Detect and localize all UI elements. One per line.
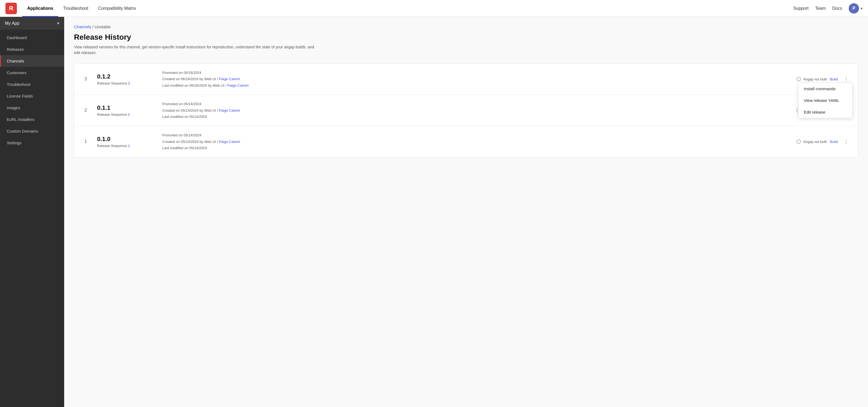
last-modified: Last modified on 06/18/2024 by Web UI / … [162,82,788,89]
breadcrumb-current: Unstable [95,25,111,29]
sidebar-item-kurl-installers[interactable]: kURL Installers [0,113,64,125]
nav-right: Support Team Docs P ▾ [793,3,863,13]
airgap-radio [797,139,801,144]
sidebar-item-channels[interactable]: Channels [0,55,64,67]
release-index: 2 [82,108,90,113]
avatar-chevron-icon: ▾ [861,6,863,10]
sidebar-nav: Dashboard Releases Channels Customers Tr… [0,30,64,151]
release-list: 3 0.1.2 Release Sequence 3 Promoted on 0… [74,63,858,158]
sidebar: My App ▾ Dashboard Releases Channels Cus… [0,17,64,407]
release-version-block: 0.1.2 Release Sequence 3 [97,73,152,85]
airgap-label: Airgap not built [803,77,827,81]
sidebar-item-troubleshoot[interactable]: Troubleshoot [0,78,64,90]
menu-item-view-release-yaml[interactable]: View release YAML [798,95,852,106]
app-selector-chevron-icon: ▾ [57,21,59,26]
release-index: 1 [82,139,90,144]
release-version: 0.1.0 [97,136,152,143]
sidebar-item-custom-domains[interactable]: Custom Domains [0,125,64,137]
airgap-radio [797,77,801,81]
breadcrumb: Channels / Unstable [74,25,858,29]
release-meta: Promoted on 06/18/2024 Created on 06/18/… [152,70,788,89]
release-meta: Promoted on 05/14/2024 Created on 05/14/… [152,132,788,151]
last-modified: Last modified on 05/14/2024 [162,145,788,151]
release-airgap: Airgap not built Build [797,77,838,81]
created-by-user-link[interactable]: Paige Calvert [219,77,240,81]
sidebar-item-images[interactable]: Images [0,102,64,113]
release-version: 0.1.2 [97,73,152,80]
sidebar-item-releases[interactable]: Releases [0,43,64,55]
app-layout: My App ▾ Dashboard Releases Channels Cus… [0,17,868,407]
logo: R [5,3,17,14]
user-avatar[interactable]: P [849,3,859,13]
promoted-on: Promoted on 05/14/2024 [162,101,788,107]
page-description: View released versions for this channel,… [74,44,319,56]
release-seq-link[interactable]: 2 [128,112,130,116]
release-row: 2 0.1.1 Release Sequence 2 Promoted on 0… [74,95,858,126]
release-version: 0.1.1 [97,104,152,111]
release-seq-link[interactable]: 3 [128,81,130,85]
airgap-label: Airgap not built [803,140,827,144]
more-options-button[interactable]: ⋮ [842,137,850,146]
menu-item-install-commands[interactable]: Install commands [798,83,852,95]
nav-applications[interactable]: Applications [22,0,58,17]
build-link[interactable]: Build [830,77,838,81]
nav-docs[interactable]: Docs [832,6,842,11]
promoted-on: Promoted on 06/18/2024 [162,70,788,76]
release-seq-link[interactable]: 1 [128,144,130,148]
build-link[interactable]: Build [830,140,838,144]
nav-support[interactable]: Support [793,6,808,11]
last-modified: Last modified on 05/14/2024 [162,113,788,120]
breadcrumb-separator: / [92,25,95,29]
sidebar-item-dashboard[interactable]: Dashboard [0,32,64,43]
created-by-user-link[interactable]: Paige Calvert [219,108,240,112]
release-row: 3 0.1.2 Release Sequence 3 Promoted on 0… [74,64,858,95]
created-by-user-link[interactable]: Paige Calvert [219,140,240,144]
breadcrumb-channels-link[interactable]: Channels [74,25,91,29]
menu-item-edit-release[interactable]: Edit release [798,106,852,118]
app-selector[interactable]: My App ▾ [0,17,64,30]
main-content: Channels / Unstable Release History View… [64,17,868,407]
more-options-button[interactable]: ⋮ [842,75,850,83]
app-name: My App [5,21,19,26]
promoted-on: Promoted on 05/14/2024 [162,132,788,138]
context-menu: Install commands View release YAML Edit … [798,82,852,118]
release-seq: Release Sequence 3 [97,81,152,85]
created-by: Created on 05/14/2024 by Web UI / Paige … [162,139,788,145]
sidebar-item-license-fields[interactable]: License Fields [0,90,64,102]
nav-links: Applications Troubleshoot Compatibility … [22,0,793,17]
created-by: Created on 06/18/2024 by Web UI / Paige … [162,76,788,82]
release-seq: Release Sequence 2 [97,112,152,116]
release-version-block: 0.1.0 Release Sequence 1 [97,136,152,148]
nav-compatibility-matrix[interactable]: Compatibility Matrix [93,0,141,17]
release-index: 3 [82,77,90,81]
top-nav: R Applications Troubleshoot Compatibilit… [0,0,868,17]
user-avatar-wrapper[interactable]: P ▾ [849,3,863,13]
nav-team[interactable]: Team [815,6,826,11]
sidebar-item-settings[interactable]: Settings [0,137,64,148]
page-title: Release History [74,33,858,41]
release-version-block: 0.1.1 Release Sequence 2 [97,104,152,116]
release-seq: Release Sequence 1 [97,144,152,148]
created-by: Created on 05/14/2024 by Web UI / Paige … [162,107,788,113]
release-airgap: Airgap not built Build [797,139,838,144]
last-modified-user-link[interactable]: Paige Calvert [227,83,249,88]
nav-troubleshoot[interactable]: Troubleshoot [58,0,93,17]
sidebar-item-customers[interactable]: Customers [0,67,64,78]
release-meta: Promoted on 05/14/2024 Created on 05/14/… [152,101,788,120]
release-row: 1 0.1.0 Release Sequence 1 Promoted on 0… [74,126,858,157]
